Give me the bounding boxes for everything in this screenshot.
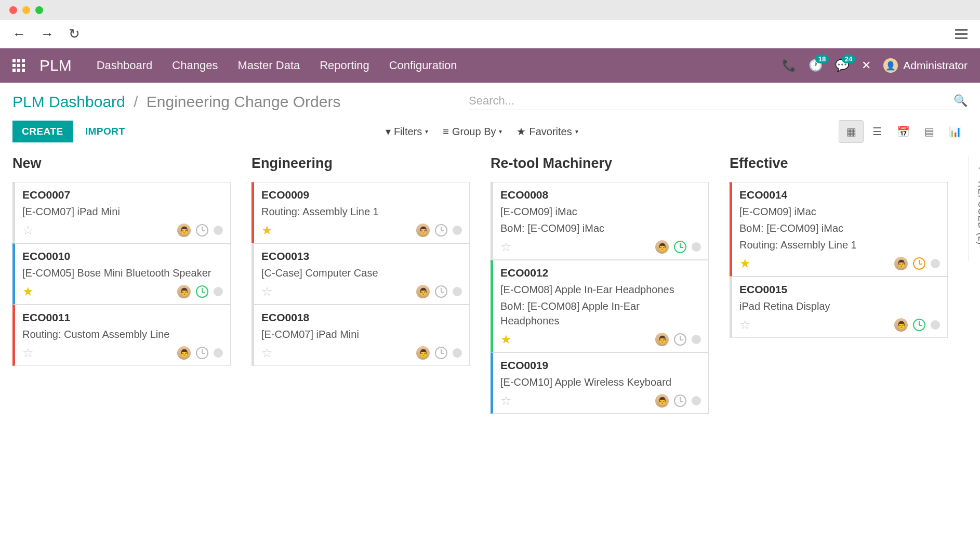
- view-pivot-icon[interactable]: ▤: [917, 120, 942, 143]
- window-maximize-icon[interactable]: [35, 6, 43, 14]
- clock-icon[interactable]: [435, 224, 447, 237]
- apps-grid-icon[interactable]: [12, 59, 25, 72]
- window-close-icon[interactable]: [9, 6, 17, 14]
- column-title[interactable]: Re-tool Machinery: [491, 155, 709, 172]
- assignee-avatar-icon[interactable]: 👨: [177, 224, 191, 237]
- kanban-card[interactable]: ECO0009 Routing: Assembly Line 1 ★ 👨: [251, 182, 470, 243]
- clock-icon[interactable]: [435, 347, 447, 359]
- card-footer: ★ 👨: [261, 223, 462, 238]
- star-icon[interactable]: ☆: [500, 393, 512, 408]
- clock-icon[interactable]: [196, 347, 208, 359]
- card-footer: ☆ 👨: [261, 346, 462, 360]
- assignee-avatar-icon[interactable]: 👨: [416, 224, 430, 237]
- window-minimize-icon[interactable]: [22, 6, 30, 14]
- kanban-card[interactable]: ECO0007 [E-COM07] iPad Mini ☆ 👨: [12, 182, 231, 243]
- groupby-dropdown[interactable]: ≡ Group By ▾: [443, 126, 502, 138]
- star-icon[interactable]: ☆: [261, 346, 273, 360]
- assignee-avatar-icon[interactable]: 👨: [655, 394, 669, 408]
- status-dot-icon[interactable]: [214, 287, 223, 296]
- status-dot-icon[interactable]: [453, 226, 462, 235]
- view-switcher: ▦ ☰ 📅 ▤ 📊: [839, 120, 968, 143]
- assignee-avatar-icon[interactable]: 👨: [177, 285, 191, 298]
- search-input[interactable]: [469, 94, 953, 108]
- clock-icon[interactable]: [913, 319, 925, 331]
- kanban-card[interactable]: ECO0014 [E-COM09] iMac BoM: [E-COM09] iM…: [730, 182, 948, 277]
- status-dot-icon[interactable]: [453, 287, 462, 296]
- assignee-avatar-icon[interactable]: 👨: [655, 333, 669, 346]
- column-title[interactable]: Effective: [730, 155, 948, 172]
- status-dot-icon[interactable]: [692, 335, 701, 344]
- star-icon[interactable]: ★: [22, 284, 34, 299]
- clock-icon[interactable]: [674, 241, 686, 253]
- kanban-card[interactable]: ECO0018 [E-COM07] iPad Mini ☆ 👨: [251, 305, 470, 366]
- kanban-card[interactable]: ECO0011 Routing: Custom Assembly Line ☆ …: [12, 305, 231, 366]
- clock-icon[interactable]: [196, 224, 208, 237]
- star-icon[interactable]: ☆: [500, 240, 512, 254]
- status-dot-icon[interactable]: [453, 348, 462, 358]
- activities-icon[interactable]: 🕐18: [809, 59, 823, 72]
- import-button[interactable]: IMPORT: [85, 126, 125, 137]
- assignee-avatar-icon[interactable]: 👨: [177, 346, 191, 360]
- view-list-icon[interactable]: ☰: [865, 120, 890, 143]
- column-title[interactable]: Engineering: [251, 155, 470, 172]
- messages-icon[interactable]: 💬24: [835, 59, 849, 72]
- card-id: ECO0012: [500, 267, 701, 279]
- kanban-card[interactable]: ECO0010 [E-COM05] Bose Mini Bluetooth Sp…: [12, 243, 231, 305]
- view-kanban-icon[interactable]: ▦: [839, 120, 864, 143]
- star-icon[interactable]: ★: [261, 223, 273, 238]
- breadcrumb-root[interactable]: PLM Dashboard: [12, 93, 125, 110]
- forward-icon[interactable]: →: [41, 26, 54, 42]
- column-refused-folded[interactable]: ↔ REFUSED (2): [969, 155, 980, 261]
- clock-icon[interactable]: [913, 257, 925, 270]
- clock-icon[interactable]: [196, 285, 208, 298]
- back-icon[interactable]: ←: [12, 26, 26, 42]
- browser-menu-icon[interactable]: [955, 29, 968, 39]
- kanban-card[interactable]: ECO0013 [C-Case] Computer Case ☆ 👨: [251, 243, 470, 305]
- status-dot-icon[interactable]: [214, 226, 223, 235]
- assignee-avatar-icon[interactable]: 👨: [416, 285, 430, 298]
- star-icon[interactable]: ☆: [261, 284, 273, 299]
- status-dot-icon[interactable]: [931, 320, 940, 330]
- column-title[interactable]: New: [12, 155, 231, 172]
- window-chrome: [0, 0, 980, 20]
- assignee-avatar-icon[interactable]: 👨: [655, 240, 669, 254]
- nav-master-data[interactable]: Master Data: [237, 59, 300, 72]
- star-icon[interactable]: ☆: [739, 318, 751, 332]
- user-menu[interactable]: 👤 Administrator: [883, 58, 968, 73]
- nav-configuration[interactable]: Configuration: [389, 59, 457, 72]
- favorites-dropdown[interactable]: ★ Favorites ▾: [517, 125, 578, 138]
- card-icons: 👨: [177, 285, 223, 298]
- kanban-card[interactable]: ECO0008 [E-COM09] iMac BoM: [E-COM09] iM…: [491, 182, 709, 260]
- close-icon[interactable]: ✕: [862, 59, 871, 72]
- status-dot-icon[interactable]: [692, 242, 701, 252]
- filters-label: Filters: [394, 126, 422, 138]
- card-id: ECO0008: [500, 189, 701, 201]
- star-icon[interactable]: ☆: [22, 223, 34, 238]
- status-dot-icon[interactable]: [214, 348, 223, 358]
- nav-changes[interactable]: Changes: [172, 59, 218, 72]
- assignee-avatar-icon[interactable]: 👨: [416, 346, 430, 360]
- clock-icon[interactable]: [674, 333, 686, 346]
- status-dot-icon[interactable]: [931, 259, 940, 268]
- star-icon[interactable]: ☆: [22, 346, 34, 360]
- clock-icon[interactable]: [674, 395, 686, 407]
- search-icon[interactable]: 🔍: [953, 94, 968, 108]
- reload-icon[interactable]: ↻: [69, 26, 80, 42]
- kanban-card[interactable]: ECO0012 [E-COM08] Apple In-Ear Headphone…: [491, 260, 709, 352]
- status-dot-icon[interactable]: [692, 396, 701, 405]
- nav-reporting[interactable]: Reporting: [320, 59, 369, 72]
- kanban-card[interactable]: ECO0019 [E-COM10] Apple Wireless Keyboar…: [491, 352, 709, 414]
- kanban-card[interactable]: ECO0015 iPad Retina Display ☆ 👨: [730, 277, 948, 338]
- assignee-avatar-icon[interactable]: 👨: [894, 257, 908, 270]
- clock-icon[interactable]: [435, 285, 447, 298]
- view-calendar-icon[interactable]: 📅: [891, 120, 916, 143]
- view-graph-icon[interactable]: 📊: [943, 120, 968, 143]
- assignee-avatar-icon[interactable]: 👨: [894, 318, 908, 332]
- create-button[interactable]: CREATE: [12, 121, 73, 142]
- star-icon[interactable]: ★: [739, 256, 751, 271]
- phone-icon[interactable]: 📞: [782, 59, 796, 72]
- star-icon[interactable]: ★: [500, 332, 512, 347]
- filters-dropdown[interactable]: ▾ Filters ▾: [386, 125, 428, 138]
- nav-dashboard[interactable]: Dashboard: [97, 59, 153, 72]
- card-line: Routing: Assembly Line 1: [261, 204, 462, 219]
